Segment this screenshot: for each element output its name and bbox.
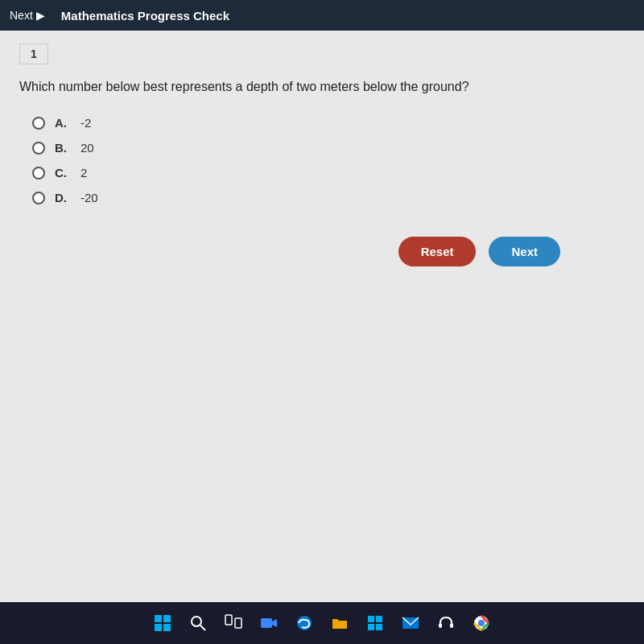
svg-rect-8 [261, 618, 272, 628]
svg-rect-11 [368, 616, 374, 622]
svg-point-4 [192, 617, 201, 626]
taskbar-taskview-icon[interactable] [222, 612, 245, 634]
svg-rect-1 [163, 615, 171, 622]
taskbar-chrome-icon[interactable] [470, 612, 493, 634]
taskbar-mail-icon[interactable] [399, 612, 422, 634]
option-a-value: -2 [80, 116, 91, 130]
taskbar-edge-icon[interactable] [293, 612, 316, 634]
option-c[interactable]: C. 2 [32, 166, 625, 180]
svg-rect-14 [376, 624, 382, 630]
reset-button[interactable]: Reset [398, 237, 477, 266]
question-container: 1 Which number below best represents a d… [0, 31, 644, 602]
svg-marker-9 [272, 619, 277, 627]
taskbar-folder-icon[interactable] [328, 612, 351, 634]
option-d[interactable]: D. -20 [32, 191, 625, 204]
question-number: 1 [19, 43, 48, 64]
answer-options: A. -2 B. 20 C. 2 D. -20 [32, 116, 625, 204]
option-a[interactable]: A. -2 [32, 116, 625, 130]
buttons-area: Reset Next [19, 221, 625, 283]
main-content: 1 Which number below best represents a d… [0, 31, 644, 602]
option-a-letter: A. [55, 116, 71, 130]
svg-rect-13 [368, 624, 374, 630]
radio-d[interactable] [32, 192, 45, 204]
radio-b[interactable] [32, 142, 45, 155]
taskbar-camera-icon[interactable] [258, 612, 280, 634]
taskbar-headset-icon[interactable] [435, 612, 457, 634]
next-nav-icon: ▶ [36, 9, 45, 22]
svg-rect-3 [163, 624, 171, 631]
option-d-value: -20 [80, 191, 98, 204]
option-b-value: 20 [80, 141, 94, 155]
svg-rect-7 [235, 618, 242, 628]
svg-rect-2 [155, 624, 162, 631]
option-c-value: 2 [80, 166, 87, 180]
option-b[interactable]: B. 20 [32, 141, 625, 155]
taskbar-search-icon[interactable] [187, 612, 209, 634]
question-text: Which number below best represents a dep… [19, 77, 625, 97]
svg-line-5 [200, 625, 205, 630]
radio-c[interactable] [32, 167, 45, 180]
next-nav-label: Next [10, 9, 33, 22]
option-c-letter: C. [55, 166, 71, 180]
svg-rect-17 [450, 623, 453, 628]
svg-rect-6 [225, 615, 232, 625]
taskbar-store-icon[interactable] [364, 612, 386, 634]
option-b-letter: B. [55, 141, 71, 155]
page-title: Mathematics Progress Check [61, 9, 229, 23]
radio-a[interactable] [32, 117, 45, 130]
next-button[interactable]: Next [489, 237, 560, 266]
option-d-letter: D. [55, 191, 71, 204]
svg-rect-0 [155, 615, 162, 622]
svg-point-20 [478, 620, 485, 626]
taskbar-windows-icon[interactable] [151, 612, 174, 634]
top-bar: Next ▶ Mathematics Progress Check [0, 0, 644, 31]
svg-rect-12 [376, 616, 382, 622]
taskbar [0, 602, 644, 644]
svg-rect-16 [439, 623, 442, 628]
next-nav-button[interactable]: Next ▶ [10, 9, 45, 22]
